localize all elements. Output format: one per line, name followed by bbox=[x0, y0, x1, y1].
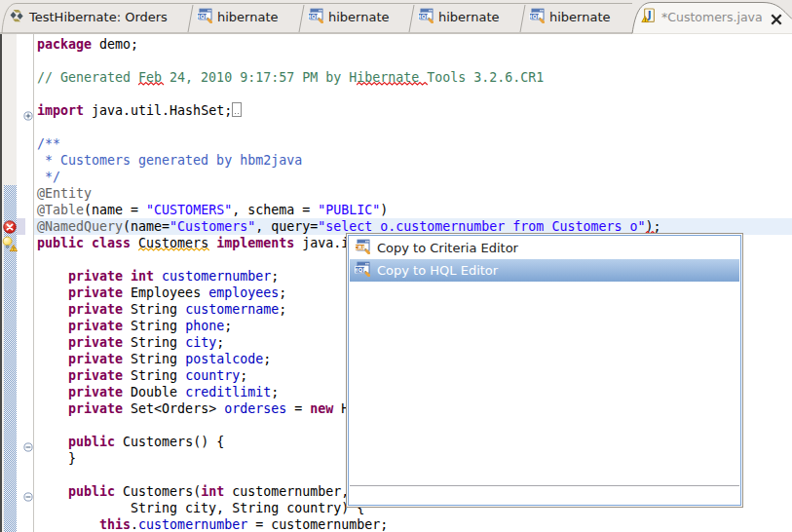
code-line-29[interactable]: String city, String country) { bbox=[37, 500, 364, 516]
code-line-3[interactable]: // Generated Feb 24, 2010 9:17:57 PM by … bbox=[37, 69, 544, 86]
code-line-18[interactable]: private String phone; bbox=[37, 318, 232, 334]
tab-customers-java[interactable]: J *Customers.java bbox=[641, 1, 783, 33]
spelling-squiggle bbox=[138, 82, 165, 86]
code-line-15[interactable]: private int customernumber; bbox=[37, 268, 279, 285]
eclipse-ide-editor-area: TestHibernate: Orders HQL hibernate HQL … bbox=[0, 0, 792, 532]
code-line-19[interactable]: private String city; bbox=[37, 334, 224, 351]
tab-label: hibernate bbox=[549, 10, 611, 24]
quickfix-warning-icon[interactable] bbox=[2, 236, 19, 252]
tab-hibernate-4[interactable]: HQL hibernate bbox=[529, 1, 623, 33]
tab-label: *Customers.java bbox=[661, 10, 763, 24]
code-line-23[interactable]: private Set<Orders> orderses = new H bbox=[37, 400, 349, 417]
hql-editor-icon: HQL bbox=[529, 8, 545, 27]
fold-collapse-icon[interactable] bbox=[23, 437, 33, 447]
tab-hibernate-1[interactable]: HQL hibernate bbox=[197, 1, 290, 33]
svg-text:J: J bbox=[647, 9, 652, 20]
code-line-21[interactable]: private String country; bbox=[37, 367, 247, 384]
tab-label: hibernate bbox=[328, 10, 390, 24]
code-line-5[interactable]: import java.util.HashSet; bbox=[37, 102, 232, 119]
quick-assist-popup: CRL Copy to Criteria Editor HQL Copy to … bbox=[346, 233, 743, 508]
tab-hibernate-3[interactable]: HQL hibernate bbox=[418, 1, 511, 33]
editor-tab-bar: TestHibernate: Orders HQL hibernate HQL … bbox=[0, 0, 792, 34]
code-line-10[interactable]: @Entity bbox=[37, 185, 92, 202]
tab-close-icon[interactable] bbox=[771, 11, 782, 22]
hibernate-config-icon bbox=[9, 8, 24, 27]
tab-label: TestHibernate: Orders bbox=[29, 10, 168, 24]
code-line-8[interactable]: * Customers generated by hbm2java bbox=[37, 152, 302, 169]
code-line-22[interactable]: private Double creditlimit; bbox=[37, 384, 279, 400]
hql-editor-icon: HQL bbox=[418, 8, 434, 27]
code-line-7[interactable]: /** bbox=[37, 135, 60, 152]
code-line-26[interactable]: } bbox=[37, 450, 76, 467]
code-line-16[interactable]: private Employees employees; bbox=[37, 285, 286, 301]
criteria-editor-icon: CRL bbox=[355, 239, 370, 257]
code-line-1[interactable]: package demo; bbox=[37, 36, 138, 53]
tab-label: hibernate bbox=[438, 10, 500, 24]
popup-item-label: Copy to HQL Editor bbox=[377, 263, 498, 278]
code-line-20[interactable]: private String postalcode; bbox=[37, 351, 271, 367]
hql-editor-icon: HQL bbox=[355, 261, 370, 280]
popup-item-copy-to-hql-editor[interactable]: HQL Copy to HQL Editor bbox=[350, 259, 739, 282]
java-file-warning-icon: J bbox=[641, 8, 657, 27]
tab-label: hibernate bbox=[217, 10, 279, 24]
spelling-squiggle bbox=[357, 82, 430, 86]
collapsed-import-placeholder[interactable] bbox=[232, 102, 242, 117]
hql-editor-icon: HQL bbox=[197, 8, 212, 27]
range-indicator bbox=[17, 218, 25, 235]
code-line-28[interactable]: public Customers(int customernumber, bbox=[37, 483, 349, 500]
fold-expand-icon[interactable] bbox=[23, 106, 33, 116]
popup-status-area bbox=[350, 486, 739, 504]
popup-item-label: Copy to Criteria Editor bbox=[377, 241, 518, 255]
tab-testhibernate-orders[interactable]: TestHibernate: Orders bbox=[9, 1, 179, 33]
popup-item-copy-to-criteria-editor[interactable]: CRL Copy to Criteria Editor bbox=[350, 237, 739, 259]
code-line-30[interactable]: this.customernumber = customernumber; bbox=[37, 516, 388, 532]
code-line-9[interactable]: */ bbox=[37, 169, 60, 185]
tab-hibernate-2[interactable]: HQL hibernate bbox=[308, 1, 400, 33]
code-line-25[interactable]: public Customers() { bbox=[37, 434, 224, 450]
code-line-11[interactable]: @Table(name = "CUSTOMERS", schema = "PUB… bbox=[37, 202, 388, 218]
fold-collapse-icon[interactable] bbox=[23, 487, 33, 497]
svg-text:CRL: CRL bbox=[355, 245, 366, 250]
quick-assist-list: CRL Copy to Criteria Editor HQL Copy to … bbox=[348, 235, 741, 506]
error-marker-icon[interactable] bbox=[3, 219, 17, 233]
warning-squiggle bbox=[138, 247, 211, 251]
code-line-17[interactable]: private String customername; bbox=[37, 301, 286, 318]
hql-editor-icon: HQL bbox=[308, 8, 323, 27]
